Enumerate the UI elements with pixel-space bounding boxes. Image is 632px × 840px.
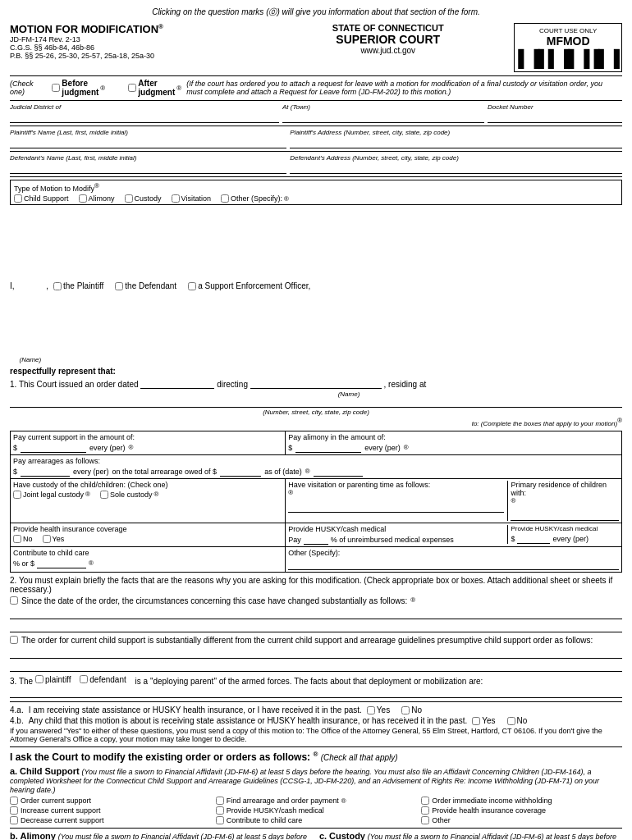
plaintiff-name-input[interactable] — [10, 137, 286, 148]
arrearage-date-input[interactable] — [314, 467, 363, 477]
alimony-option[interactable]: Alimony — [79, 194, 115, 203]
item3-line1[interactable] — [10, 687, 622, 698]
defendant-address-input[interactable] — [290, 162, 622, 174]
decrease-support-checkbox[interactable] — [10, 816, 18, 824]
judicial-district-input[interactable] — [10, 112, 279, 123]
order-current-support-option[interactable]: Order current support — [10, 797, 211, 805]
immediate-withholding-option[interactable]: Order immediate income withholding — [421, 797, 622, 805]
sole-custody-option[interactable]: Sole custody ® — [100, 491, 158, 499]
item-4: 4.a. I am receiving state assistance or … — [10, 705, 622, 743]
item2-check1-line2[interactable] — [10, 621, 622, 632]
order-date-input[interactable] — [140, 379, 214, 389]
alimony-checkbox[interactable] — [79, 194, 87, 203]
order-current-support-checkbox[interactable] — [10, 797, 18, 805]
contribute-child-care-checkbox[interactable] — [216, 816, 224, 824]
plaintiff-address-input[interactable] — [290, 137, 622, 148]
husky-pay-row: Provide HUSKY/cash medical Pay % of unre… — [288, 525, 619, 545]
visitation-checkbox[interactable] — [172, 194, 180, 203]
defendant-name-label: Defendant's Name (Last, first, middle in… — [10, 154, 286, 162]
find-arrearage-option[interactable]: Find arrearage and order payment ® — [216, 797, 417, 805]
form-code-3: P.B. §§ 25-26, 25-30, 25-57, 25a-18, 25a… — [10, 52, 262, 60]
defendant-item3-checkbox[interactable] — [80, 675, 88, 683]
visitation-option[interactable]: Visitation — [172, 194, 211, 203]
other-specify-input[interactable] — [288, 559, 619, 570]
header-center: STATE OF CONNECTICUT SUPERIOR COURT www.… — [262, 23, 514, 55]
docket-number-input[interactable] — [488, 112, 622, 123]
health-insurance-option[interactable]: Provide health insurance coverage — [421, 806, 622, 815]
pay-current-amount-input[interactable] — [21, 443, 86, 453]
after-judgment-option[interactable]: After judgment® (If the court has ordere… — [128, 79, 616, 97]
health-yes-checkbox[interactable] — [43, 535, 51, 543]
child-care-input[interactable] — [37, 559, 86, 568]
item2-check1-checkbox[interactable] — [10, 596, 18, 605]
item4a-no-option[interactable]: No — [401, 705, 422, 714]
health-insurance-checkbox[interactable] — [421, 806, 429, 815]
plaintiff-item3-checkbox[interactable] — [35, 675, 44, 683]
increase-support-option[interactable]: Increase current support — [10, 806, 211, 815]
state-title: STATE OF CONNECTICUT — [262, 23, 514, 33]
item4b-yes-option[interactable]: Yes — [472, 716, 495, 725]
item4b-no-option[interactable]: No — [507, 716, 528, 725]
before-judgment-option[interactable]: Before judgment® — [52, 79, 105, 97]
plaintiff-check-item3[interactable]: plaintiff — [35, 675, 71, 684]
contribute-child-care-option[interactable]: Contribute to child care — [216, 816, 417, 824]
total-arrearage-input[interactable] — [220, 467, 261, 477]
address-line-input[interactable] — [10, 398, 622, 408]
item4a-yes-checkbox[interactable] — [367, 706, 375, 714]
joint-legal-option[interactable]: Joint legal custody ® — [13, 491, 90, 499]
motion-type-label: Type of Motion to Modify® — [14, 182, 618, 193]
health-yes-option[interactable]: Yes — [43, 535, 65, 543]
pay-current-amount: $ every (per) ® — [13, 443, 282, 453]
provide-husky-checkbox[interactable] — [216, 806, 224, 815]
after-judgment-checkbox[interactable] — [128, 84, 136, 92]
find-arrearage-checkbox[interactable] — [216, 797, 224, 805]
item4b-yes-checkbox[interactable] — [472, 717, 480, 725]
decrease-support-option[interactable]: Decrease current support — [10, 816, 211, 824]
custody-option[interactable]: Custody — [125, 194, 162, 203]
other-option[interactable]: Other (Specify): ® — [221, 194, 289, 203]
plaintiff-address-field: Plaintiff's Address (Number, street, cit… — [290, 129, 622, 148]
the-defendant-option[interactable]: the Defendant — [115, 281, 176, 290]
the-plaintiff-option[interactable]: the Plaintiff — [53, 281, 103, 290]
item2-check2-line2[interactable] — [10, 660, 622, 672]
other-checkbox[interactable] — [221, 194, 229, 203]
directing-input[interactable] — [250, 379, 382, 389]
sole-custody-checkbox[interactable] — [100, 491, 108, 499]
support-officer-option[interactable]: a Support Enforcement Officer, — [188, 281, 310, 290]
other-section-a-checkbox[interactable] — [421, 816, 429, 824]
visitation-input[interactable] — [288, 501, 504, 513]
the-plaintiff-checkbox[interactable] — [53, 282, 62, 290]
immediate-withholding-checkbox[interactable] — [421, 797, 429, 805]
court-use-label: COURT USE ONLY — [518, 27, 618, 34]
child-care-row: % or $ ® — [13, 559, 282, 568]
item2-check1-line1[interactable] — [10, 608, 622, 619]
support-officer-checkbox[interactable] — [188, 282, 196, 290]
health-coverage-checkboxes: No Yes — [13, 535, 282, 543]
health-no-checkbox[interactable] — [13, 535, 21, 543]
child-support-checkbox[interactable] — [14, 194, 22, 203]
the-defendant-checkbox[interactable] — [115, 282, 123, 290]
item2-check2-checkbox[interactable] — [10, 636, 18, 644]
item4b-no-checkbox[interactable] — [507, 717, 515, 725]
provide-husky-option[interactable]: Provide HUSKY/cash medical — [216, 806, 417, 815]
health-no-option[interactable]: No — [13, 535, 33, 543]
defendant-check-item3[interactable]: defendant — [80, 675, 126, 684]
arrears-amount-input[interactable] — [21, 467, 70, 477]
defendant-name-input[interactable] — [10, 162, 286, 174]
item1-number: 1. — [10, 380, 16, 389]
item2-check2-line1[interactable] — [10, 647, 622, 659]
before-judgment-checkbox[interactable] — [52, 84, 60, 92]
item4a-no-checkbox[interactable] — [401, 706, 410, 714]
other-section-a-option[interactable]: Other — [421, 816, 622, 824]
judicial-district-field: Judicial District of — [10, 103, 279, 123]
custody-checkbox[interactable] — [125, 194, 133, 203]
husky-amount-input[interactable] — [517, 534, 550, 544]
at-town-input[interactable] — [282, 112, 484, 123]
child-support-option[interactable]: Child Support — [14, 194, 69, 203]
increase-support-checkbox[interactable] — [10, 806, 18, 815]
primary-residence-input[interactable] — [511, 509, 619, 521]
joint-legal-checkbox[interactable] — [13, 491, 21, 499]
pay-alimony-amount-input[interactable] — [295, 443, 361, 453]
pay-percent-input[interactable] — [304, 535, 328, 545]
item4a-yes-option[interactable]: Yes — [367, 705, 390, 714]
